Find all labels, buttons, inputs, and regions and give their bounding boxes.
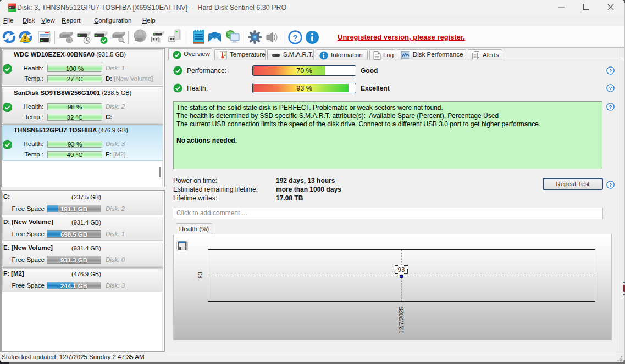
svg-text:?: ? (609, 85, 612, 91)
svg-text:?: ? (609, 182, 612, 188)
svg-text:?: ? (609, 104, 612, 110)
svg-text:?: ? (292, 33, 297, 42)
svg-text:?: ? (609, 68, 612, 74)
